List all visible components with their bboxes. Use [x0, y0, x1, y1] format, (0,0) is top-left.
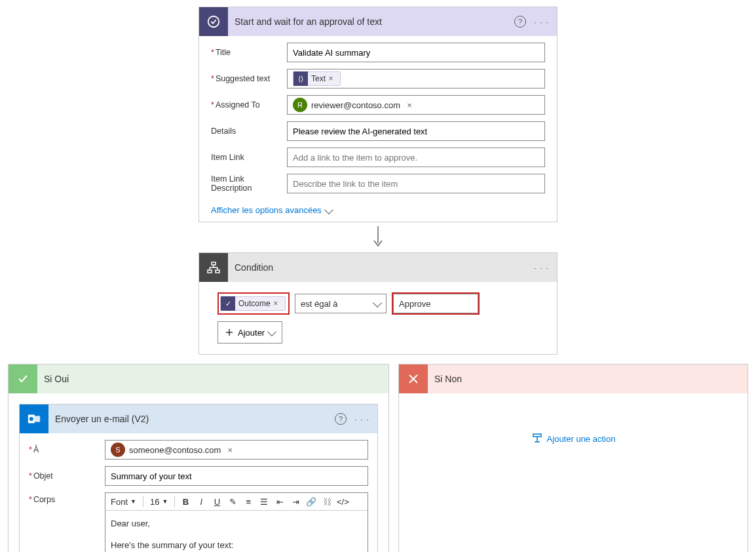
email-body-editor: Font ▼ 16 ▼ B [105, 492, 368, 552]
condition-icon [199, 253, 228, 282]
chevron-down-icon [324, 205, 333, 214]
approval-title: Start and wait for an approval of text [228, 16, 514, 27]
approval-header[interactable]: Start and wait for an approval of text ? [199, 7, 557, 36]
remove-token-icon[interactable]: × [271, 299, 281, 308]
outdent-button[interactable]: ⇤ [273, 494, 286, 509]
more-icon[interactable] [534, 263, 549, 273]
plus-icon [225, 328, 234, 337]
branch-yes: Si Oui Envoyer un e-mail (V2) [8, 364, 389, 552]
email-title: Envoyer un e-mail (V2) [48, 414, 335, 424]
suggested-input[interactable]: ⟨⟩ Text × [287, 69, 545, 89]
details-input[interactable] [287, 121, 545, 141]
chevron-down-icon [373, 298, 382, 307]
token-icon: ✓ [221, 296, 235, 311]
close-icon [399, 365, 428, 393]
assigned-label: Assigned To [211, 100, 287, 109]
approval-icon [199, 7, 228, 36]
branch-yes-header: Si Oui [9, 365, 388, 393]
advanced-options-link[interactable]: Afficher les options avancées [211, 205, 332, 215]
help-icon[interactable]: ? [335, 413, 347, 425]
subject-input[interactable] [105, 466, 368, 486]
assigned-value: reviewer@contoso.com [311, 100, 400, 110]
condition-card: Condition ✓ Outcome × est égal à Approve [198, 252, 558, 355]
add-step-icon [531, 433, 543, 444]
number-list-button[interactable]: ☰ [257, 494, 271, 509]
svg-point-13 [29, 417, 33, 421]
svg-rect-12 [35, 416, 40, 422]
help-icon[interactable]: ? [514, 16, 526, 28]
add-condition-button[interactable]: Ajouter [217, 321, 282, 344]
branch-yes-title: Si Oui [37, 374, 388, 384]
svg-rect-2 [212, 262, 216, 265]
add-action-link[interactable]: Ajouter une action [531, 433, 616, 444]
branch-no-header: Si Non [399, 365, 747, 393]
flow-arrow [198, 226, 558, 248]
title-label: Title [211, 48, 287, 57]
underline-button[interactable]: U [210, 494, 223, 509]
subject-label: Objet [29, 471, 105, 481]
itemlink-label: Item Link [211, 153, 287, 162]
outlook-icon [20, 404, 48, 433]
condition-branches: Si Oui Envoyer un e-mail (V2) [8, 364, 748, 552]
email-body-content[interactable]: Dear user, Here's the summary of your te… [105, 511, 368, 552]
branch-no-title: Si Non [428, 374, 747, 384]
email-card: Envoyer un e-mail (V2) ? À S someone@con… [19, 404, 378, 552]
email-header[interactable]: Envoyer un e-mail (V2) ? [20, 404, 377, 433]
bullet-list-button[interactable]: ≡ [242, 494, 255, 509]
details-label: Details [211, 127, 287, 136]
condition-left[interactable]: ✓ Outcome × [217, 292, 290, 315]
condition-operator-select[interactable]: est égal à [295, 294, 387, 313]
title-input[interactable] [287, 43, 545, 62]
itemlinkdesc-label: Item Link Description [211, 174, 287, 193]
to-label: À [29, 445, 105, 454]
itemlinkdesc-input[interactable] [287, 174, 545, 193]
svg-point-0 [208, 16, 219, 28]
to-input[interactable]: S someone@contoso.com × [105, 440, 368, 460]
remove-recipient-icon[interactable]: × [225, 445, 235, 455]
link-button[interactable]: 🔗 [305, 494, 318, 509]
suggested-label: Suggested text [211, 74, 287, 83]
condition-title: Condition [228, 262, 534, 273]
font-select[interactable]: Font ▼ [108, 494, 139, 509]
body-line-1: Dear user, [111, 517, 362, 531]
remove-recipient-icon[interactable]: × [404, 100, 415, 110]
svg-rect-16 [533, 434, 541, 437]
approval-card: Start and wait for an approval of text ?… [198, 7, 558, 222]
branch-no: Si Non Ajouter une action [398, 364, 748, 552]
code-button[interactable]: </> [336, 494, 349, 509]
body-line-2: Here's the summary of your text: [111, 539, 362, 552]
condition-header[interactable]: Condition [199, 253, 557, 282]
outcome-token[interactable]: ✓ Outcome × [220, 296, 286, 311]
avatar-icon: S [111, 443, 125, 457]
check-icon [9, 365, 37, 393]
condition-row: ✓ Outcome × est égal à Approve [217, 292, 539, 315]
format-button[interactable]: ✎ [226, 494, 239, 509]
bold-button[interactable]: B [179, 494, 192, 509]
more-icon[interactable] [354, 414, 369, 424]
fontsize-select[interactable]: 16 ▼ [147, 494, 170, 509]
assigned-input[interactable]: R reviewer@contoso.com × [287, 95, 545, 115]
caret-down-icon: ▼ [162, 498, 168, 505]
token-icon: ⟨⟩ [293, 71, 308, 86]
avatar-icon: R [293, 98, 307, 112]
itemlink-input[interactable] [287, 148, 545, 167]
text-token[interactable]: ⟨⟩ Text × [293, 71, 341, 86]
remove-token-icon[interactable]: × [326, 74, 336, 83]
italic-button[interactable]: I [195, 494, 208, 509]
chevron-down-icon [267, 327, 276, 336]
svg-rect-7 [208, 270, 212, 273]
body-label: Corps [29, 492, 105, 504]
indent-button[interactable]: ⇥ [289, 494, 302, 509]
rte-toolbar: Font ▼ 16 ▼ B [105, 493, 368, 511]
unlink-button[interactable]: ⛓ [320, 494, 333, 509]
caret-down-icon: ▼ [130, 498, 136, 505]
svg-rect-8 [216, 270, 219, 273]
more-icon[interactable] [534, 17, 549, 27]
condition-right[interactable]: Approve [392, 292, 480, 315]
to-value: someone@contoso.com [129, 445, 221, 455]
